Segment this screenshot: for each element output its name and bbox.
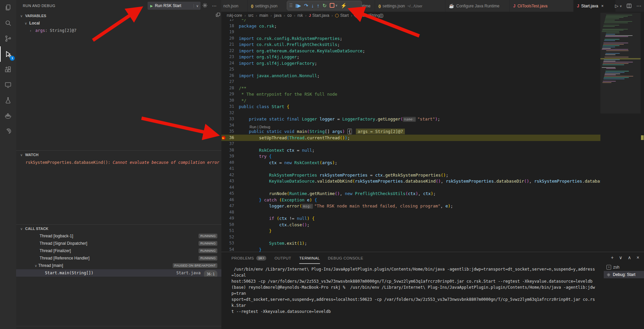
run-file-button[interactable]: ▷ [615, 3, 618, 8]
code-line-44[interactable]: 44 [221, 184, 600, 191]
code-line-39[interactable]: 39 try { [221, 153, 600, 159]
code-line-33[interactable]: 33 private static final Logger logger = … [221, 116, 600, 122]
step-over-icon[interactable]: ↷ [304, 3, 309, 8]
tab-clitoolstest-java[interactable]: JCliToolsTest.java [510, 0, 574, 12]
panel-tab-terminal[interactable]: TERMINAL [299, 252, 320, 264]
variable-row-args[interactable]: › args: String[2]@7 [28, 27, 221, 34]
stop-icon[interactable] [330, 3, 334, 8]
continue-icon[interactable]: ▶ [296, 3, 301, 8]
more-actions-icon[interactable]: ⋯ [212, 3, 217, 8]
source-control-icon[interactable] [0, 31, 16, 46]
docker-icon[interactable] [0, 108, 16, 124]
code-line-27[interactable]: 27 [221, 79, 600, 85]
terminal-dropdown-icon[interactable]: ∨ [619, 255, 622, 260]
code-line-49[interactable]: 49 if (ctx != null) { [221, 215, 600, 222]
code-line-19[interactable]: 19 [221, 29, 600, 35]
code-line-34[interactable]: 34 [221, 122, 600, 129]
gradle-icon[interactable] [0, 124, 16, 139]
tab-start-java[interactable]: JStart.java× [574, 0, 616, 12]
tab-settings-json[interactable]: {}settings.json~/.../User [375, 0, 445, 12]
hot-code-replace-icon[interactable]: ⚡ [340, 3, 347, 8]
watch-expression-row[interactable]: rskSystemProperties.databaseKind(): Cann… [25, 159, 219, 166]
terminal-output[interactable]: /usr/bin/env /Library/Internet\ Plug-Ins… [231, 266, 597, 315]
code-line-46[interactable]: 46 } catch (Exception e) { [221, 197, 600, 203]
code-line-43[interactable]: 43 KeyValueDataSource.validateDbKind(rsk… [221, 178, 600, 184]
step-into-icon[interactable]: ↓ [311, 3, 314, 8]
breakpoints-section-header[interactable]: › BREAKPOINTS [19, 327, 221, 329]
code-line-30[interactable]: 30 */ [221, 97, 600, 104]
code-line-45[interactable]: 45 runNode(Runtime.getRuntime(), new Pre… [221, 190, 600, 197]
call-stack-thread[interactable]: ∨Thread [main]PAUSED ON BREAKPOINT [16, 262, 221, 269]
code-line-47[interactable]: 47 logger.error(msg:"The RSK node main t… [221, 203, 600, 209]
tab-nch-json[interactable]: nch.json [221, 0, 248, 12]
code-line-41[interactable]: 41 [221, 166, 600, 172]
call-stack-thread[interactable]: Thread [Reference Handler]RUNNING [16, 254, 221, 262]
panel-tab-output[interactable]: OUTPUT [274, 252, 291, 264]
gear-icon[interactable] [202, 3, 208, 8]
watch-section-header[interactable]: ∨ WATCH [19, 151, 221, 158]
breadcrumb-item-start-java[interactable]: JStart.java [309, 13, 329, 18]
terminal-instance-debug-start[interactable]: Debug: Start [604, 271, 644, 278]
call-stack-frame[interactable]: Start.main(String[])Start.java36:1 [16, 269, 221, 277]
tab-configure-java-runtime[interactable]: ☕Configure Java Runtime [445, 0, 510, 12]
code-line-40[interactable]: 40 ctx = new RskContext(args); [221, 159, 600, 166]
testing-icon[interactable] [0, 93, 16, 108]
code-line-50[interactable]: 50 ctx.close(); [221, 222, 600, 228]
code-line-25[interactable]: 25 [221, 66, 600, 73]
maximize-panel-icon[interactable]: ∧ [628, 255, 631, 260]
code-line-38[interactable]: 38 RskContext ctx = null; [221, 147, 600, 153]
code-line-17[interactable]: 17 */ [221, 19, 600, 23]
step-out-icon[interactable]: ↑ [317, 3, 320, 8]
search-icon[interactable] [0, 15, 16, 31]
code-line-36[interactable]: 36 setUpThread(Thread.currentThread()); [221, 135, 600, 141]
close-icon[interactable]: × [601, 4, 603, 8]
new-terminal-icon[interactable]: + [611, 255, 613, 260]
breadcrumb-item-src[interactable]: src [248, 13, 254, 18]
code-line-37[interactable]: 37 [221, 141, 600, 147]
code-line-51[interactable]: 51 } [221, 228, 600, 234]
code-line-52[interactable]: 52 [221, 234, 600, 240]
call-stack-thread[interactable]: Thread [logback-1]RUNNING [16, 232, 221, 240]
code-line-35[interactable]: 35Run | Debug public static void main(St… [221, 128, 600, 135]
breadcrumb-item-java[interactable]: java [274, 13, 281, 18]
code-line-54[interactable]: 54 } [221, 246, 600, 252]
code-line-53[interactable]: 53 System.exit(1); [221, 240, 600, 246]
panel-tab-debug-console[interactable]: DEBUG CONSOLE [328, 252, 364, 264]
close-panel-icon[interactable]: × [637, 255, 639, 260]
variables-scope-local[interactable]: ∨ Local [23, 19, 221, 27]
call-stack-section-header[interactable]: ∨ CALL STACK [19, 225, 221, 232]
code-line-31[interactable]: 31public class Start { [221, 103, 600, 110]
call-stack-thread[interactable]: Thread [Signal Dispatcher]RUNNING [16, 240, 221, 247]
code-line-22[interactable]: 22import org.ethereum.datasource.KeyValu… [221, 48, 600, 54]
code-line-24[interactable]: 24import org.slf4j.LoggerFactory; [221, 60, 600, 66]
restart-icon[interactable]: ↻ [322, 3, 327, 8]
explorer-icon[interactable] [0, 0, 16, 15]
current-breakpoint-icon[interactable] [222, 136, 225, 140]
code-line-23[interactable]: 23import org.slf4j.Logger; [221, 54, 600, 60]
remote-explorer-icon[interactable] [0, 77, 16, 93]
more-actions-icon[interactable]: ⋯ [636, 3, 641, 9]
extensions-icon[interactable] [0, 62, 16, 77]
chevron-down-icon[interactable]: ∨ [620, 4, 622, 8]
code-line-26[interactable]: 26import javax.annotation.Nonnull; [221, 73, 600, 79]
launch-configuration-dropdown[interactable]: ▶ Run RSK Start ∨ [148, 2, 201, 10]
code-editor[interactable]: 17 */18package co.rsk;1920import co.rsk.… [221, 19, 600, 252]
variables-section-header[interactable]: ∨ VARIABLES [19, 12, 221, 19]
stop-chevron-icon[interactable]: ∨ [335, 4, 338, 7]
run-and-debug-icon[interactable]: 1 [0, 46, 16, 62]
code-line-29[interactable]: 29 * The entrypoint for the RSK full nod… [221, 91, 600, 97]
code-line-21[interactable]: 21import co.rsk.util.PreflightChecksUtil… [221, 41, 600, 48]
minimap[interactable] [600, 13, 641, 252]
terminal-instance-zsh[interactable]: >zsh [604, 264, 644, 271]
code-line-20[interactable]: 20import co.rsk.config.RskSystemProperti… [221, 35, 600, 42]
breadcrumb-item-start[interactable]: Start [335, 13, 348, 18]
code-line-32[interactable]: 32 [221, 110, 600, 116]
code-line-42[interactable]: 42 RskSystemProperties rskSystemProperti… [221, 172, 600, 178]
tab-settings-json[interactable]: {}settings.json [248, 0, 287, 12]
panel-tab-problems[interactable]: PROBLEMS1K+ [231, 252, 266, 264]
split-editor-icon[interactable] [627, 3, 632, 8]
breadcrumb-item-main[interactable]: main [259, 13, 268, 18]
code-line-28[interactable]: 28/** [221, 85, 600, 91]
minimap-slider[interactable] [600, 13, 641, 113]
code-line-18[interactable]: 18package co.rsk; [221, 23, 600, 29]
